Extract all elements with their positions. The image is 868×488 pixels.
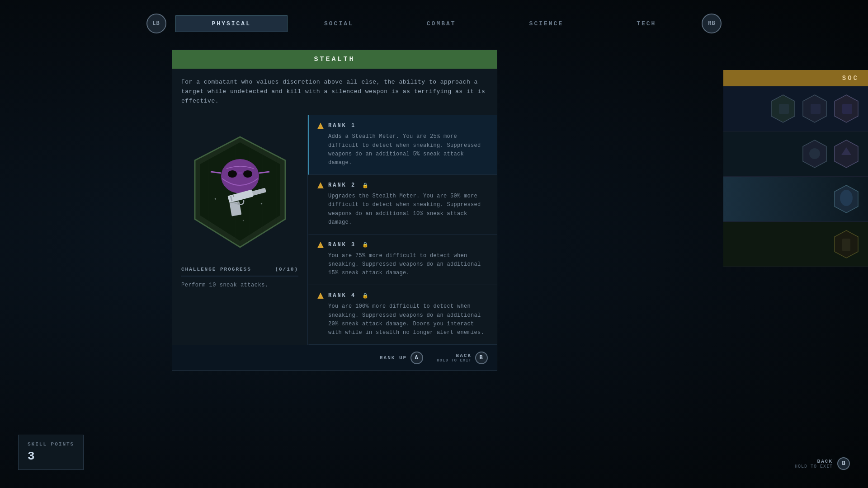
skill-panel: STEALTH For a combatant who values discr…: [172, 50, 497, 371]
skill-body: ✦ ✦ ✦ CHALLENGE PROGRESS (0/10) Perform …: [172, 115, 497, 345]
rb-button[interactable]: RB: [702, 14, 722, 33]
svg-point-8: [221, 159, 259, 193]
svg-point-10: [243, 170, 252, 178]
right-badge-1c: [834, 94, 859, 123]
challenge-progress-bar: [181, 276, 298, 277]
rank-4-title-row: RANK 4 🔒: [317, 292, 489, 299]
svg-rect-27: [811, 104, 821, 114]
bottom-back-sublabel: HOLD TO EXIT: [795, 464, 833, 469]
rank-2-label: RANK 2: [328, 182, 356, 188]
right-skill-item-1[interactable]: [723, 86, 868, 131]
right-panel: SOC: [723, 70, 868, 267]
challenge-task: Perform 10 sneak attacks.: [181, 282, 298, 288]
skill-points-label: SKILL POINTS: [28, 441, 74, 447]
svg-point-35: [840, 190, 853, 206]
rank-1-icon: [317, 122, 324, 129]
right-badge-4a: [834, 230, 859, 259]
rank-2-icon: [317, 182, 324, 188]
skill-points-value: 3: [28, 450, 74, 463]
bottom-back-btn[interactable]: B: [837, 457, 850, 470]
rank-up-btn[interactable]: A: [410, 352, 423, 364]
tab-social[interactable]: SOCIAL: [288, 15, 390, 32]
rank-item-4[interactable]: RANK 4 🔒 You are 100% more difficult to …: [308, 285, 497, 345]
skill-emblem-svg: ✦ ✦ ✦: [190, 133, 290, 251]
rank-3-icon: [317, 242, 324, 248]
rank-4-lock: 🔒: [362, 293, 368, 299]
rank-item-1[interactable]: RANK 1 Adds a Stealth Meter. You are 25%…: [308, 115, 497, 175]
rank-item-2[interactable]: RANK 2 🔒 Upgrades the Stealth Meter. You…: [308, 175, 497, 235]
back-btn[interactable]: B: [475, 352, 488, 364]
right-badge-1b: [802, 94, 827, 123]
svg-rect-11: [238, 172, 242, 174]
rank-4-label: RANK 4: [328, 292, 356, 299]
challenge-label: CHALLENGE PROGRESS: [181, 267, 251, 272]
right-badge-3a: [834, 184, 859, 214]
right-skill-item-4[interactable]: [723, 222, 868, 267]
rank-list: RANK 1 Adds a Stealth Meter. You are 25%…: [308, 115, 497, 345]
bottom-back-label: BACK: [795, 459, 833, 464]
challenge-section: CHALLENGE PROGRESS (0/10) Perform 10 sne…: [181, 260, 298, 288]
tab-science[interactable]: SCIENCE: [493, 15, 600, 32]
skill-icon-area: ✦ ✦ ✦ CHALLENGE PROGRESS (0/10) Perform …: [172, 115, 308, 345]
rank-4-icon: [317, 292, 324, 299]
skill-emblem: ✦ ✦ ✦: [190, 133, 290, 251]
back-action-sublabel: HOLD TO EXIT: [437, 358, 472, 363]
back-action-label: BACK: [437, 353, 472, 358]
rank-1-desc: Adds a Stealth Meter. You are 25% more d…: [317, 132, 489, 167]
skill-points-panel: SKILL POINTS 3: [18, 435, 84, 470]
right-skill-item-3[interactable]: [723, 177, 868, 222]
svg-rect-29: [842, 104, 852, 114]
bottom-back-text: BACK HOLD TO EXIT: [795, 459, 833, 469]
svg-text:✦: ✦: [214, 197, 217, 202]
right-panel-header: SOC: [723, 70, 868, 86]
rank-2-lock: 🔒: [362, 183, 368, 188]
svg-text:✦: ✦: [260, 202, 263, 206]
right-badge-1a: [771, 94, 796, 123]
right-badge-2b: [834, 139, 859, 169]
bottom-right-actions: BACK HOLD TO EXIT B: [795, 457, 850, 470]
rank-3-desc: You are 75% more difficult to detect whe…: [317, 252, 489, 278]
rank-2-title-row: RANK 2 🔒: [317, 182, 489, 188]
rank-up-action[interactable]: RANK UP A: [380, 352, 423, 364]
tab-combat[interactable]: COMBAT: [390, 15, 493, 32]
tab-physical[interactable]: PHYSICAL: [175, 15, 288, 32]
svg-rect-37: [842, 239, 850, 251]
rank-3-title-row: RANK 3 🔒: [317, 242, 489, 248]
rank-3-label: RANK 3: [328, 242, 356, 248]
rank-2-desc: Upgrades the Stealth Meter. You are 50% …: [317, 192, 489, 227]
rank-3-lock: 🔒: [362, 242, 368, 248]
nav-tabs: PHYSICAL SOCIAL COMBAT SCIENCE TECH: [175, 15, 693, 32]
svg-point-31: [809, 148, 820, 159]
svg-point-9: [228, 170, 237, 178]
skill-panel-container: STEALTH For a combatant who values discr…: [172, 50, 497, 371]
challenge-value: (0/10): [275, 267, 298, 272]
skill-description: For a combatant who values discretion ab…: [172, 69, 497, 115]
back-action[interactable]: BACK HOLD TO EXIT B: [437, 352, 488, 364]
action-bar: RANK UP A BACK HOLD TO EXIT B: [172, 345, 497, 371]
challenge-header: CHALLENGE PROGRESS (0/10): [181, 267, 298, 272]
right-skill-item-2[interactable]: [723, 131, 868, 177]
right-badge-2a: [802, 139, 827, 169]
skill-title: STEALTH: [172, 50, 497, 69]
rank-4-desc: You are 100% more difficult to detect wh…: [317, 302, 489, 337]
rank-1-label: RANK 1: [328, 122, 356, 129]
svg-rect-25: [779, 104, 789, 114]
top-navigation: LB PHYSICAL SOCIAL COMBAT SCIENCE TECH R…: [0, 14, 868, 33]
rank-item-3[interactable]: RANK 3 🔒 You are 75% more difficult to d…: [308, 235, 497, 286]
rank-1-title-row: RANK 1: [317, 122, 489, 129]
rank-up-label: RANK UP: [380, 355, 407, 361]
tab-tech[interactable]: TECH: [600, 15, 693, 32]
lb-button[interactable]: LB: [146, 14, 166, 33]
